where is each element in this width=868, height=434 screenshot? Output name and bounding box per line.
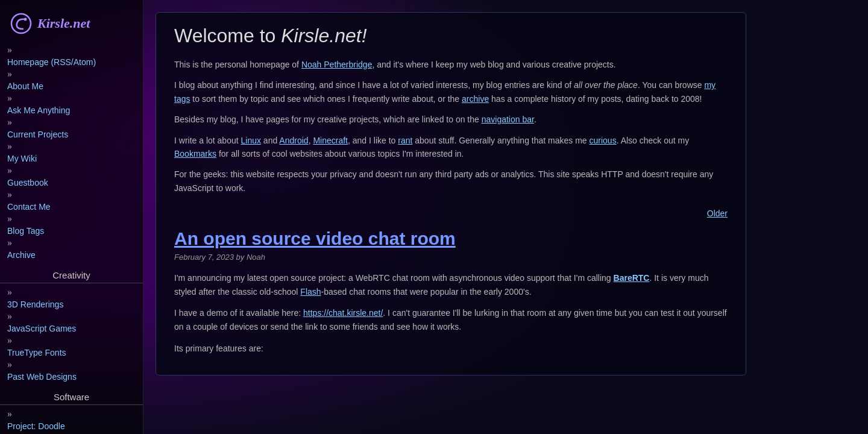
intro-p4-before-linux: I write a lot about <box>174 136 241 145</box>
intro-p4-end: for all sorts of cool websites about var… <box>216 149 464 159</box>
sidebar-item-my-wiki[interactable]: My Wiki <box>7 141 143 165</box>
sidebar-item-project-doodle[interactable]: Project: Doodle <box>7 409 143 433</box>
sidebar-item-javascript-games[interactable]: JavaScript Games <box>7 311 143 335</box>
software-navigation: Project: Doodle RiveScript Error Generat… <box>0 409 143 434</box>
content-box: Welcome to Kirsle.net! This is the perso… <box>156 12 746 376</box>
older-link[interactable]: Older <box>707 209 728 218</box>
logo-icon <box>10 12 33 35</box>
curious-link[interactable]: curious <box>590 136 617 145</box>
svg-point-1 <box>24 18 27 21</box>
intro-p1-before: This is the personal homepage of <box>174 60 301 69</box>
intro-p4-also: . Also check out my <box>617 136 690 145</box>
sidebar-item-past-web-designs[interactable]: Past Web Designs <box>7 359 143 383</box>
intro-p2-italic: all over the place <box>574 80 638 90</box>
main-content: Welcome to Kirsle.net! This is the perso… <box>143 0 868 434</box>
post-title: An open source video chat room <box>174 228 728 249</box>
intro-paragraph-4: I write a lot about Linux and Android, M… <box>174 134 728 161</box>
intro-p2-after: . You can browse <box>638 80 705 90</box>
post-paragraph-1: I'm announcing my latest open source pro… <box>174 271 728 299</box>
noah-petherbridge-link[interactable]: Noah Petherbridge <box>301 60 373 69</box>
intro-p3-end: . <box>534 115 536 124</box>
software-section-title: Software <box>0 383 143 405</box>
minecraft-link[interactable]: Minecraft <box>313 136 348 145</box>
sidebar: Kirsle.net Homepage (RSS/Atom) About Me … <box>0 0 143 434</box>
post-title-link[interactable]: An open source video chat room <box>174 228 456 248</box>
creativity-section-title: Creativity <box>0 262 143 283</box>
intro-p4-and: and <box>261 136 279 145</box>
logo-title: Kirsle.net <box>37 16 90 31</box>
sidebar-item-3d-renderings[interactable]: 3D Renderings <box>7 287 143 311</box>
intro-p2-middle: to sort them by topic and see which ones… <box>190 94 462 104</box>
creativity-navigation: 3D Renderings JavaScript Games TrueType … <box>0 287 143 383</box>
sidebar-item-about-me[interactable]: About Me <box>7 69 143 93</box>
intro-paragraph-3: Besides my blog, I have pages for my cre… <box>174 113 728 126</box>
older-link-row: Older <box>174 202 728 222</box>
sidebar-item-homepage[interactable]: Homepage (RSS/Atom) <box>7 45 143 69</box>
flash-link[interactable]: Flash <box>300 287 321 297</box>
android-link[interactable]: Android <box>279 136 308 145</box>
svg-point-0 <box>11 14 31 33</box>
intro-paragraph-2: I blog about anything I find interesting… <box>174 78 728 105</box>
post-body: I'm announcing my latest open source pro… <box>174 271 728 355</box>
sidebar-item-contact-me[interactable]: Contact Me <box>7 189 143 213</box>
post-paragraph-3: Its primary features are: <box>174 342 728 356</box>
intro-p4-middle: , and I like to <box>348 136 398 145</box>
sidebar-item-truetype-fonts[interactable]: TrueType Fonts <box>7 335 143 359</box>
barertc-link[interactable]: BareRTC <box>614 273 650 283</box>
bookmarks-link[interactable]: Bookmarks <box>174 149 216 159</box>
archive-link[interactable]: archive <box>462 94 489 104</box>
intro-paragraph-5: For the geeks: this website respects you… <box>174 168 728 195</box>
chat-demo-link[interactable]: https://chat.kirsle.net/ <box>303 308 383 318</box>
intro-paragraph-1: This is the personal homepage of Noah Pe… <box>174 58 728 71</box>
sidebar-item-ask-me-anything[interactable]: Ask Me Anything <box>7 93 143 117</box>
intro-p3-before: Besides my blog, I have pages for my cre… <box>174 115 482 124</box>
sidebar-item-blog-tags[interactable]: Blog Tags <box>7 213 143 237</box>
logo-area: Kirsle.net <box>0 6 99 45</box>
welcome-heading-italic: Kirsle.net! <box>281 25 366 46</box>
main-navigation: Homepage (RSS/Atom) About Me Ask Me Anyt… <box>0 45 143 262</box>
intro-p1-after: , and it's where I keep my web blog and … <box>372 60 615 69</box>
post-p1-before: I'm announcing my latest open source pro… <box>174 273 614 283</box>
linux-link[interactable]: Linux <box>241 136 261 145</box>
post-meta: February 7, 2023 by Noah <box>174 253 728 262</box>
intro-p2-before: I blog about anything I find interesting… <box>174 80 574 90</box>
rant-link[interactable]: rant <box>398 136 412 145</box>
intro-p4-after-rant: about stuff. Generally anything that mak… <box>412 136 589 145</box>
sidebar-item-archive[interactable]: Archive <box>7 237 143 262</box>
sidebar-item-guestbook[interactable]: Guestbook <box>7 165 143 189</box>
sidebar-item-current-projects[interactable]: Current Projects <box>7 117 143 141</box>
post-p1-end: -based chat rooms that were popular in t… <box>321 287 532 297</box>
post-p2-before: I have a demo of it available here: <box>174 308 303 318</box>
navigation-bar-link[interactable]: navigation bar <box>482 115 534 124</box>
welcome-heading: Welcome to Kirsle.net! <box>174 25 728 47</box>
welcome-heading-plain: Welcome to <box>174 25 281 46</box>
intro-p2-end: has a complete history of my posts, dati… <box>489 94 702 104</box>
post-paragraph-2: I have a demo of it available here: http… <box>174 306 728 334</box>
